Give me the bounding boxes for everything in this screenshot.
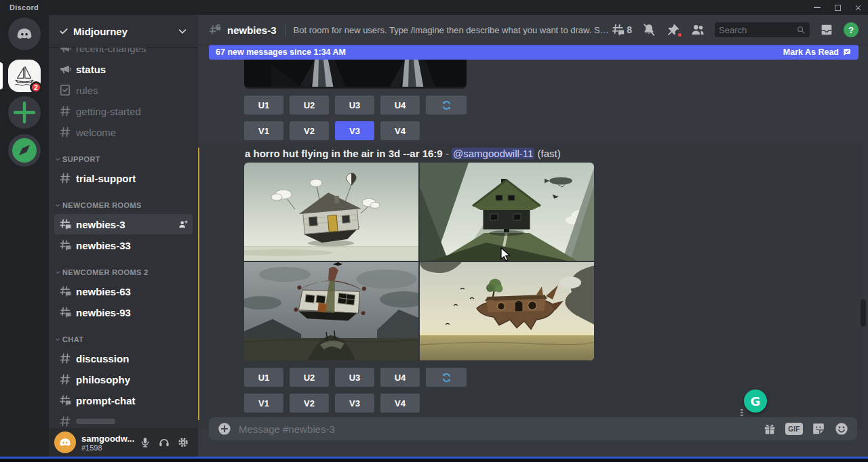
member-list-button[interactable] bbox=[690, 22, 705, 37]
threads-button[interactable]: 8 bbox=[610, 22, 632, 37]
create-invite-icon[interactable] bbox=[178, 219, 189, 230]
message-attachment-partial[interactable] bbox=[244, 60, 467, 89]
grammarly-drag-handle[interactable] bbox=[741, 409, 743, 416]
channel-item-trial-support[interactable]: trial-support bbox=[54, 168, 193, 188]
new-messages-banner[interactable]: 67 new messages since 1:34 AM Mark As Re… bbox=[209, 45, 859, 60]
message-input[interactable] bbox=[239, 423, 755, 435]
user-mention[interactable]: @samgoodwill-11 bbox=[452, 148, 534, 159]
category-newcomer-rooms-2[interactable]: NEWCOMER ROOMS 2 bbox=[54, 265, 193, 280]
chat-scrollbar-thumb[interactable] bbox=[861, 299, 866, 327]
gift-button[interactable] bbox=[762, 421, 777, 436]
channel-item-getting-started[interactable]: getting-started bbox=[54, 101, 193, 121]
window-close-button[interactable] bbox=[848, 0, 868, 15]
u1-button[interactable]: U1 bbox=[244, 96, 283, 114]
search-input[interactable] bbox=[719, 25, 796, 35]
u3-button[interactable]: U3 bbox=[335, 96, 374, 114]
v3-button-active[interactable]: V3 bbox=[335, 121, 374, 140]
server-icon-midjourney[interactable]: 2 bbox=[8, 60, 41, 92]
channel-sidebar: Midjourney recent-changes status rules g… bbox=[49, 15, 198, 457]
add-server-button[interactable] bbox=[8, 96, 41, 129]
category-newcomer-rooms[interactable]: NEWCOMER ROOMS bbox=[54, 198, 193, 213]
channel-item-recent-changes[interactable]: recent-changes bbox=[54, 47, 193, 58]
hash-chat-icon bbox=[58, 394, 72, 407]
emoji-smiley-icon bbox=[834, 421, 849, 436]
generated-image-2[interactable] bbox=[420, 163, 594, 261]
category-label: NEWCOMER ROOMS bbox=[62, 201, 142, 209]
pinned-messages-button[interactable] bbox=[666, 22, 681, 37]
home-button[interactable] bbox=[8, 18, 41, 50]
channel-item-newbies-93[interactable]: newbies-93 bbox=[54, 302, 193, 322]
hash-chat-icon bbox=[58, 238, 72, 252]
channel-item-prompt-chat[interactable]: prompt-chat bbox=[54, 390, 193, 411]
plus-icon bbox=[8, 96, 41, 129]
yellow-extension-line bbox=[198, 148, 199, 420]
channel-item-philosophy[interactable]: philosophy bbox=[54, 369, 193, 390]
user-meta[interactable]: samgoodw... #1598 bbox=[81, 434, 136, 452]
notification-settings-button[interactable] bbox=[642, 22, 656, 37]
v3-button[interactable]: V3 bbox=[335, 394, 374, 413]
refresh-icon bbox=[440, 99, 453, 112]
gif-button[interactable]: GIF bbox=[785, 423, 803, 435]
server-header[interactable]: Midjourney bbox=[49, 15, 198, 47]
v2-button[interactable]: V2 bbox=[290, 121, 329, 140]
user-panel: samgoodw... #1598 bbox=[49, 428, 198, 457]
v2-button[interactable]: V2 bbox=[290, 394, 329, 413]
username: samgoodw... bbox=[81, 434, 136, 444]
window-minimize-button[interactable] bbox=[807, 0, 827, 15]
search-box[interactable] bbox=[715, 22, 810, 37]
inbox-button[interactable] bbox=[819, 22, 834, 37]
generated-image-3[interactable] bbox=[244, 262, 418, 360]
message-composer[interactable]: GIF bbox=[209, 417, 857, 440]
generated-image-1[interactable] bbox=[244, 163, 418, 261]
channel-topic[interactable]: Bot room for new users. Type /imagine th… bbox=[294, 25, 609, 35]
u1-button[interactable]: U1 bbox=[244, 368, 283, 387]
u2-button[interactable]: U2 bbox=[290, 96, 329, 114]
channel-label: discussion bbox=[76, 353, 129, 364]
user-settings-button[interactable] bbox=[174, 433, 193, 452]
upscale-button-row-m2: U1 U2 U3 U4 bbox=[244, 368, 467, 387]
u4-button[interactable]: U4 bbox=[380, 96, 420, 114]
channel-item-discussion[interactable]: discussion bbox=[54, 348, 193, 369]
u2-button[interactable]: U2 bbox=[290, 368, 329, 387]
reroll-button[interactable] bbox=[426, 368, 467, 387]
mute-mic-button[interactable] bbox=[136, 433, 155, 452]
v4-button[interactable]: V4 bbox=[380, 394, 420, 413]
explore-servers-button[interactable] bbox=[8, 134, 41, 167]
category-label: NEWCOMER ROOMS 2 bbox=[62, 268, 149, 276]
user-avatar[interactable] bbox=[54, 432, 76, 453]
channel-item-newbies-3[interactable]: newbies-3 bbox=[54, 214, 193, 234]
channel-item-welcome[interactable]: welcome bbox=[54, 122, 193, 142]
category-support[interactable]: SUPPORT bbox=[54, 152, 193, 167]
channel-label: status bbox=[76, 64, 106, 75]
help-button[interactable]: ? bbox=[844, 22, 859, 37]
attach-plus-icon[interactable] bbox=[217, 421, 232, 436]
mouse-cursor bbox=[500, 247, 513, 264]
generated-image-4[interactable] bbox=[420, 262, 594, 360]
emoji-button[interactable] bbox=[834, 421, 849, 436]
channel-item-newbies-63[interactable]: newbies-63 bbox=[54, 281, 193, 301]
category-label: SUPPORT bbox=[62, 155, 100, 163]
mark-as-read-button[interactable]: Mark As Read bbox=[783, 47, 852, 57]
v1-button[interactable]: V1 bbox=[244, 394, 283, 413]
u3-button[interactable]: U3 bbox=[335, 368, 374, 387]
channel-item-status[interactable]: status bbox=[54, 59, 193, 79]
u4-button[interactable]: U4 bbox=[380, 368, 420, 387]
server-rail: 2 bbox=[0, 15, 49, 457]
sticker-button[interactable] bbox=[811, 421, 826, 436]
window-maximize-button[interactable] bbox=[827, 0, 848, 15]
megaphone-icon bbox=[58, 62, 72, 76]
deafen-button[interactable] bbox=[155, 433, 174, 452]
members-icon bbox=[690, 22, 705, 37]
channel-item-newbies-33[interactable]: newbies-33 bbox=[54, 235, 193, 255]
variation-button-row-m1: V1 V2 V3 V4 bbox=[244, 121, 420, 140]
reroll-button[interactable] bbox=[426, 96, 467, 114]
channel-item-clipped[interactable] bbox=[54, 411, 193, 428]
category-chat[interactable]: CHAT bbox=[54, 332, 193, 347]
channel-item-rules[interactable]: rules bbox=[54, 80, 193, 100]
v1-button[interactable]: V1 bbox=[244, 121, 283, 140]
chevron-down-icon bbox=[54, 269, 61, 276]
v4-button[interactable]: V4 bbox=[380, 121, 420, 140]
channel-label: newbies-33 bbox=[76, 240, 131, 251]
grammarly-widget[interactable]: G bbox=[744, 390, 767, 413]
upscale-button-row-m1: U1 U2 U3 U4 bbox=[244, 96, 467, 114]
